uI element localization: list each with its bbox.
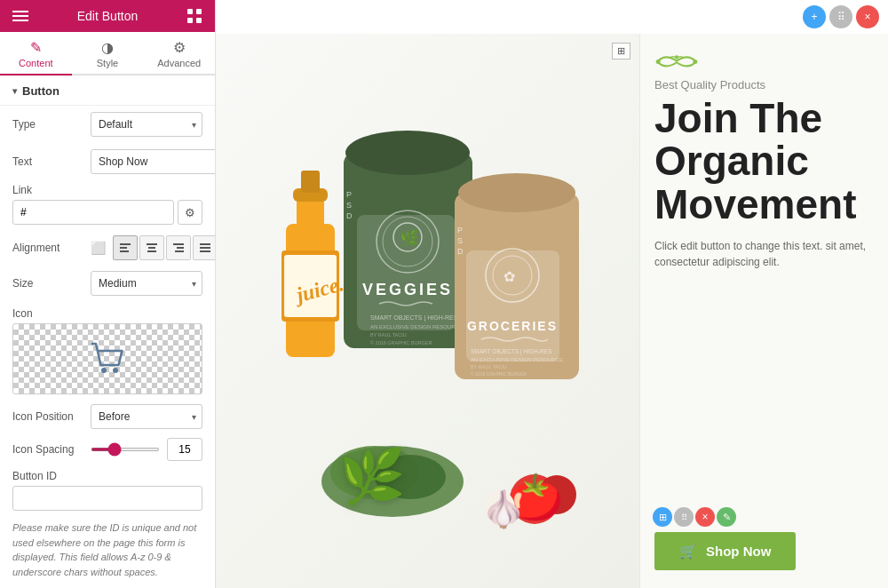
grid-icon[interactable] (186, 8, 202, 24)
alignment-buttons (113, 235, 216, 260)
svg-text:P: P (346, 190, 353, 199)
align-justify-icon (199, 242, 211, 254)
link-row: Link ⚙ (0, 180, 215, 231)
svg-rect-0 (187, 9, 193, 14)
collapse-arrow-icon: ▾ (12, 86, 17, 96)
link-settings-button[interactable]: ⚙ (178, 200, 202, 225)
shop-now-button[interactable]: 🛒 Shop Now (654, 532, 796, 570)
align-left-button[interactable] (113, 235, 138, 260)
style-tab-icon: ◑ (101, 39, 114, 56)
icon-spacing-value[interactable] (167, 438, 202, 461)
svg-text:🧄: 🧄 (481, 488, 526, 530)
svg-rect-12 (175, 250, 184, 252)
shop-move-ctrl-button[interactable]: ⠿ (674, 507, 694, 527)
tab-content[interactable]: ✎ Content (0, 32, 72, 75)
svg-point-16 (101, 368, 107, 373)
size-select[interactable]: Small Medium Large (91, 271, 202, 296)
svg-rect-24 (301, 171, 320, 193)
svg-rect-6 (120, 250, 129, 252)
icon-spacing-row: Icon Spacing (0, 433, 215, 465)
help-text: Please make sure the ID is unique and no… (0, 515, 215, 588)
svg-point-41 (458, 173, 575, 212)
alignment-label: Alignment (12, 242, 83, 254)
svg-text:VEGGIES: VEGGIES (361, 281, 452, 298)
svg-rect-11 (177, 247, 184, 249)
hamburger-icon[interactable] (12, 11, 28, 21)
svg-rect-2 (187, 18, 193, 23)
svg-rect-8 (148, 247, 155, 249)
tab-advanced[interactable]: ⚙ Advanced (143, 32, 215, 75)
svg-rect-5 (120, 247, 127, 249)
cart-icon (85, 337, 130, 381)
svg-point-63 (656, 60, 661, 64)
sidebar-header: Edit Button (0, 0, 215, 32)
tab-style[interactable]: ◑ Style (72, 32, 144, 75)
svg-text:AN EXCLUSIVE DESIGN RESOURCE: AN EXCLUSIVE DESIGN RESOURCE (370, 324, 463, 330)
close-ctrl-button[interactable]: × (856, 5, 879, 28)
svg-text:SMART OBJECTS | HIGH-RES: SMART OBJECTS | HIGH-RES (471, 348, 552, 355)
align-left-icon (119, 242, 131, 254)
advanced-tab-icon: ⚙ (173, 39, 186, 56)
screen-icon: ⬜ (91, 241, 106, 255)
svg-text:D: D (346, 211, 353, 220)
icon-position-label: Icon Position (12, 410, 83, 423)
svg-point-64 (693, 60, 697, 64)
shop-close-ctrl-button[interactable]: × (695, 507, 715, 527)
organic-description: Click edit button to change this text. s… (654, 238, 874, 270)
svg-rect-9 (147, 250, 156, 252)
block-icon-badge: ⊞ (612, 43, 630, 60)
shop-cart-icon: 🛒 (679, 543, 697, 560)
size-label: Size (12, 277, 83, 290)
align-right-icon (172, 242, 185, 254)
shop-button-container: ⊞ ⠿ × ✎ 🛒 Shop Now (654, 532, 874, 570)
size-row: Size Small Medium Large ▾ (0, 265, 215, 302)
button-id-label: Button ID (12, 470, 83, 482)
text-input[interactable] (91, 149, 216, 174)
svg-text:✿: ✿ (503, 269, 515, 284)
svg-rect-7 (147, 243, 157, 245)
product-illustration: juice. 🌿 (233, 64, 623, 588)
align-center-button[interactable] (139, 235, 164, 260)
svg-text:S: S (346, 201, 353, 210)
type-select[interactable]: Default Outlined Ghost (91, 112, 202, 137)
align-center-icon (146, 242, 158, 254)
svg-rect-13 (200, 243, 210, 245)
tab-style-label: Style (97, 58, 118, 68)
button-id-row: Button ID (0, 465, 215, 515)
icon-position-select-wrapper: Before After ▾ (91, 404, 202, 429)
icon-position-select[interactable]: Before After (91, 404, 202, 429)
sidebar: Edit Button ✎ Content ◑ Style ⚙ Advanced… (0, 0, 216, 588)
svg-text:SMART OBJECTS | HIGH-RES: SMART OBJECTS | HIGH-RES (370, 314, 458, 322)
size-select-wrapper: Small Medium Large ▾ (91, 271, 202, 296)
move-ctrl-button[interactable]: ⠿ (829, 5, 852, 28)
organic-section: Best Quality Products Join The Organic M… (639, 34, 888, 588)
add-ctrl-button[interactable]: + (803, 5, 826, 28)
top-controls: + ⠿ × (216, 0, 888, 34)
svg-text:© 2016 GRAPHIC BURGER: © 2016 GRAPHIC BURGER (471, 371, 527, 377)
align-right-button[interactable] (166, 235, 191, 260)
svg-rect-3 (196, 18, 202, 23)
icon-spacing-slider[interactable] (91, 448, 160, 451)
svg-point-17 (113, 368, 118, 373)
svg-text:P: P (457, 226, 463, 234)
icon-spacing-slider-wrap (91, 448, 160, 451)
shop-now-label: Shop Now (706, 544, 771, 559)
icon-label: Icon (12, 307, 202, 320)
svg-text:GROCERIES: GROCERIES (466, 319, 557, 333)
button-id-input[interactable] (12, 486, 202, 511)
icon-preview-box[interactable] (12, 323, 202, 394)
link-input[interactable] (12, 200, 174, 225)
shop-add-ctrl-button[interactable]: ⊞ (653, 507, 672, 527)
product-section: ⊞ juice. (216, 34, 639, 588)
shop-edit-ctrl-button[interactable]: ✎ (717, 507, 736, 527)
align-justify-button[interactable] (193, 235, 216, 260)
button-section-header: ▾ Button (0, 75, 215, 106)
svg-rect-4 (120, 243, 131, 245)
svg-rect-10 (173, 243, 184, 245)
shop-btn-controls: ⊞ ⠿ × ✎ (653, 507, 736, 527)
svg-rect-15 (200, 250, 210, 252)
link-label: Link (12, 184, 83, 196)
svg-rect-14 (200, 247, 210, 249)
svg-rect-20 (297, 197, 324, 228)
svg-rect-1 (196, 9, 202, 14)
